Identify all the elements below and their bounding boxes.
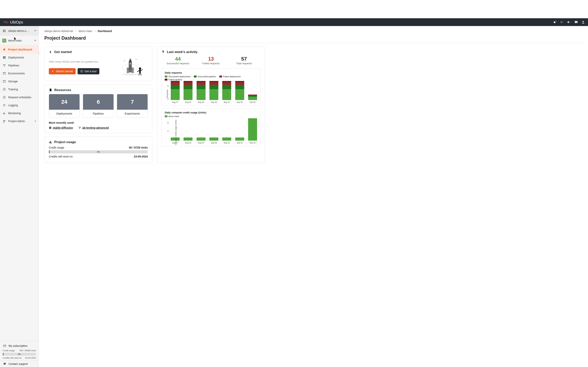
contact-support-button[interactable]: Contact support	[0, 361, 39, 367]
monitoring-icon	[2, 111, 6, 115]
theme-toggle-icon[interactable]: ●	[553, 20, 557, 24]
resource-tile-pipelines[interactable]: 6 Pipelines	[83, 94, 114, 118]
stat-total: 57 Total requests	[227, 56, 260, 65]
resource-tile-experiments[interactable]: 7 Experiments	[117, 94, 148, 118]
svg-point-21	[121, 73, 139, 75]
bookmark-icon	[49, 88, 52, 92]
stat-label: Successful requests	[161, 62, 194, 65]
user-icon[interactable]	[581, 20, 585, 24]
bar-column: Sep 02	[248, 95, 257, 103]
x-tick: Sep 01	[237, 142, 243, 144]
credit-reset-label: Credits will reset on:	[3, 357, 22, 359]
nav-project-dashboard[interactable]: Project dashboard	[0, 45, 39, 53]
deployments-icon	[49, 126, 52, 129]
stat-successful: 44 Successful requests	[161, 56, 194, 65]
nav-environments[interactable]: Environments	[0, 69, 39, 77]
svg-rect-28	[139, 69, 141, 73]
credit-usage-label: Credit usage	[3, 349, 15, 352]
content: ubiops-demo-ubinternal › demo-main › Das…	[39, 26, 588, 367]
breadcrumb-org[interactable]: ubiops-demo-ubinternal	[44, 30, 73, 33]
bar-column: Aug 28	[183, 137, 193, 144]
chevron-right-icon: ›	[95, 30, 95, 33]
recent-link-deployment[interactable]: stable-diffusion	[49, 126, 73, 129]
bar-column: Aug 30	[209, 137, 218, 144]
legend-item: Failed pipeline	[165, 78, 182, 81]
legend-item: Successful pipeline	[194, 75, 216, 78]
nav-monitoring[interactable]: Monitoring	[0, 109, 39, 117]
svg-point-17	[3, 120, 4, 121]
docs-icon[interactable]	[574, 20, 578, 24]
resource-count: 7	[117, 94, 147, 110]
sidebar: ubiops-demo-u… D demo-main Project dashb…	[0, 26, 39, 367]
admin-icon	[2, 119, 6, 123]
svg-rect-43	[49, 142, 50, 143]
starter-tutorial-button[interactable]: Starter tutorial	[49, 68, 76, 74]
up-arrow-icon	[161, 50, 165, 54]
stat-failed: 13 Failed requests	[194, 56, 227, 65]
svg-rect-16	[5, 113, 5, 114]
svg-rect-7	[4, 58, 5, 58]
subscription-button[interactable]: My subscription	[0, 343, 39, 349]
get-tour-button[interactable]: Get a tour	[78, 68, 99, 74]
usage-credit-value: 50 / 9729 Units	[129, 146, 148, 149]
bar-segment	[183, 89, 192, 100]
chart-legend: demo-main	[165, 115, 257, 117]
nav-training[interactable]: Training	[0, 85, 39, 93]
nav-label: Logging	[8, 104, 18, 107]
activity-title: Last week's activity	[167, 50, 198, 54]
nav-label: Training	[8, 88, 18, 91]
bar-segment	[235, 85, 244, 89]
bar-segment	[209, 137, 218, 141]
svg-rect-37	[50, 127, 51, 128]
resource-label: Experiments	[117, 110, 147, 117]
resource-tile-deployments[interactable]: 24 Deployments	[49, 94, 80, 118]
usage-percent: 1%	[97, 151, 100, 153]
nav-deployments[interactable]: Deployments	[0, 53, 39, 61]
add-icon[interactable]	[567, 20, 571, 24]
help-icon[interactable]: ?	[560, 20, 564, 24]
bar-segment	[183, 85, 192, 89]
bar-column: Aug 31	[222, 81, 231, 103]
bar-column: Aug 30	[209, 81, 218, 103]
get-started-title: Get started	[54, 50, 72, 54]
bar-segment	[235, 82, 244, 85]
nav-storage[interactable]: Storage	[0, 77, 39, 85]
page-title: Project Dashboard	[44, 35, 583, 41]
daily-requests-chart: Daily requests Successful deploymentSucc…	[161, 68, 260, 105]
nav-pipelines[interactable]: Pipelines	[0, 61, 39, 69]
nav-request-schedules[interactable]: Request schedules	[0, 93, 39, 101]
bar-segment	[171, 89, 180, 100]
recent-link-pipeline[interactable]: ab-testing-advanced	[78, 126, 109, 129]
svg-line-32	[140, 73, 141, 75]
svg-line-30	[141, 69, 143, 70]
x-tick: Aug 29	[198, 142, 204, 144]
x-tick: Sep 01	[237, 101, 243, 103]
svg-rect-36	[49, 127, 50, 128]
project-badge: D	[2, 39, 6, 42]
nav-project-admin[interactable]: Project Admin	[0, 117, 39, 125]
usage-credit-label: Credit usage	[49, 146, 64, 149]
breadcrumb-project[interactable]: demo-main	[78, 30, 92, 33]
svg-text:?: ?	[561, 22, 562, 23]
nav-logging[interactable]: Logging	[0, 101, 39, 109]
chevron-down-icon	[34, 29, 36, 33]
bar-segment	[222, 85, 231, 89]
bolt-icon	[52, 70, 54, 73]
project-selector[interactable]: D demo-main	[0, 36, 39, 45]
y-tick: 0	[167, 98, 169, 100]
schedule-icon	[2, 95, 6, 99]
usage-title: Project usage	[54, 140, 76, 144]
activity-card: Last week's activity 44 Successful reque…	[157, 46, 265, 163]
nav-label: Storage	[8, 80, 18, 83]
x-tick: Aug 28	[185, 101, 191, 103]
usage-reset-label: Credits will reset on:	[49, 155, 73, 158]
stat-value: 57	[227, 56, 260, 62]
org-selector[interactable]: ubiops-demo-u…	[0, 26, 39, 36]
svg-point-35	[124, 60, 125, 61]
svg-line-31	[139, 73, 140, 75]
brand[interactable]: UbiOps	[3, 20, 23, 25]
sidebar-collapse-button[interactable]	[37, 51, 41, 55]
browser-chrome-blank	[0, 0, 588, 18]
usage-reset-date: 23-09-2024	[134, 155, 148, 158]
chart-title: Daily requests	[165, 71, 257, 74]
